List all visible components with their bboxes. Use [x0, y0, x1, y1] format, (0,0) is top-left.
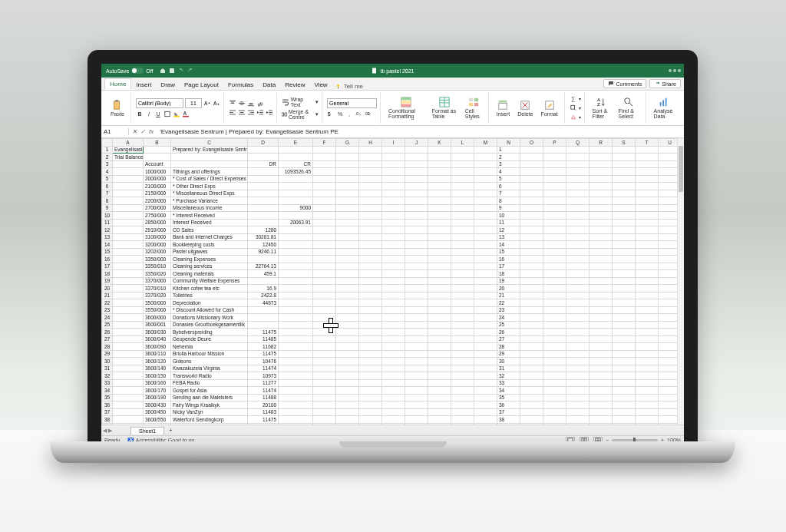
- cell[interactable]: [359, 226, 382, 234]
- cell[interactable]: [474, 175, 497, 183]
- cell[interactable]: [474, 314, 497, 322]
- cell[interactable]: [336, 146, 359, 154]
- cell[interactable]: [520, 168, 543, 176]
- cell[interactable]: [359, 270, 382, 278]
- cell[interactable]: [279, 401, 313, 409]
- cell[interactable]: [336, 212, 359, 220]
- cell[interactable]: 2700/000: [144, 204, 171, 212]
- cell[interactable]: [474, 321, 497, 329]
- row-header[interactable]: 28: [102, 343, 113, 351]
- cell[interactable]: [566, 292, 590, 299]
- col-header[interactable]: A: [113, 139, 144, 147]
- cell[interactable]: 3600/140: [144, 365, 171, 372]
- accept-formula-icon[interactable]: ✓: [140, 128, 146, 135]
- cell[interactable]: [636, 372, 659, 380]
- cell[interactable]: [590, 292, 613, 299]
- cell[interactable]: [590, 394, 613, 401]
- cell[interactable]: 11475: [248, 416, 279, 424]
- cell[interactable]: [520, 154, 543, 161]
- cell[interactable]: [382, 212, 405, 220]
- clear-icon[interactable]: [570, 114, 577, 121]
- cell[interactable]: [590, 270, 613, 278]
- cell[interactable]: [520, 401, 543, 409]
- cell[interactable]: [613, 168, 636, 176]
- cell[interactable]: [451, 416, 474, 424]
- cell[interactable]: [279, 329, 313, 336]
- cell[interactable]: 16.9: [248, 285, 279, 292]
- cell[interactable]: [590, 379, 613, 387]
- cell[interactable]: [248, 277, 279, 285]
- cell[interactable]: [428, 154, 451, 161]
- cell[interactable]: [451, 321, 474, 329]
- cell[interactable]: 3350/000: [144, 256, 171, 263]
- cell[interactable]: [520, 314, 543, 322]
- cell[interactable]: [113, 416, 144, 424]
- cell[interactable]: [313, 343, 336, 351]
- col-header[interactable]: E: [279, 139, 313, 147]
- cell[interactable]: [359, 314, 382, 322]
- cell[interactable]: [451, 256, 474, 263]
- cell[interactable]: [543, 190, 566, 197]
- cell[interactable]: CD Sales: [171, 226, 248, 234]
- row-header[interactable]: 37: [102, 408, 113, 416]
- cell[interactable]: * Interest Received: [171, 212, 248, 220]
- cell[interactable]: [566, 241, 590, 249]
- cell[interactable]: [543, 365, 566, 372]
- cell[interactable]: Bank and Internet Charges: [171, 233, 248, 241]
- cell[interactable]: [520, 212, 543, 220]
- cell[interactable]: Briolla Harbour Mission: [171, 350, 248, 358]
- number-format-select[interactable]: [327, 98, 377, 108]
- cell[interactable]: [636, 226, 659, 234]
- cell[interactable]: [313, 306, 336, 314]
- cell[interactable]: [359, 219, 382, 226]
- col-header[interactable]: P: [543, 139, 566, 147]
- cell[interactable]: [520, 197, 543, 205]
- row-header[interactable]: 36: [102, 401, 113, 409]
- cell[interactable]: [566, 219, 590, 226]
- cell[interactable]: [428, 248, 451, 256]
- autosave-toggle[interactable]: AutoSave Off: [106, 68, 154, 74]
- cell[interactable]: [313, 219, 336, 226]
- cell[interactable]: [428, 365, 451, 372]
- cell[interactable]: [428, 387, 451, 395]
- cell[interactable]: [543, 372, 566, 380]
- cell[interactable]: [613, 321, 636, 329]
- tab-view[interactable]: View: [309, 80, 332, 90]
- cell[interactable]: [279, 343, 313, 351]
- close-icon[interactable]: [678, 69, 681, 72]
- cell[interactable]: [613, 277, 636, 285]
- cell[interactable]: [279, 183, 313, 190]
- cell[interactable]: Evangelisasie Sentrum: [113, 146, 144, 154]
- cell[interactable]: 3600/160: [144, 379, 171, 387]
- insert-cells-button[interactable]: Insert: [494, 92, 514, 124]
- cell[interactable]: [636, 146, 659, 154]
- cell[interactable]: [405, 365, 428, 372]
- cell[interactable]: [279, 241, 313, 249]
- cell[interactable]: [451, 270, 474, 278]
- cell[interactable]: [590, 408, 613, 416]
- cell[interactable]: 11277: [248, 379, 279, 387]
- cell[interactable]: [566, 168, 590, 176]
- cell[interactable]: 10: [497, 212, 520, 220]
- cell[interactable]: [474, 379, 497, 387]
- cell[interactable]: [520, 226, 543, 234]
- cell[interactable]: [451, 401, 474, 409]
- cell[interactable]: [359, 197, 382, 205]
- cell[interactable]: [313, 394, 336, 401]
- cell[interactable]: [636, 321, 659, 329]
- cell[interactable]: FEBA Radio: [171, 379, 248, 387]
- cell[interactable]: [171, 154, 248, 161]
- cell[interactable]: [590, 226, 613, 234]
- cell[interactable]: [590, 285, 613, 292]
- cell[interactable]: 9246.11: [248, 248, 279, 256]
- cell[interactable]: [279, 285, 313, 292]
- cell[interactable]: [359, 416, 382, 424]
- cell[interactable]: [405, 329, 428, 336]
- cell[interactable]: [382, 292, 405, 299]
- cell[interactable]: [359, 350, 382, 358]
- cell[interactable]: [451, 219, 474, 226]
- row-header[interactable]: 19: [102, 277, 113, 285]
- cell[interactable]: [543, 329, 566, 336]
- cell[interactable]: [359, 212, 382, 220]
- cell[interactable]: [474, 270, 497, 278]
